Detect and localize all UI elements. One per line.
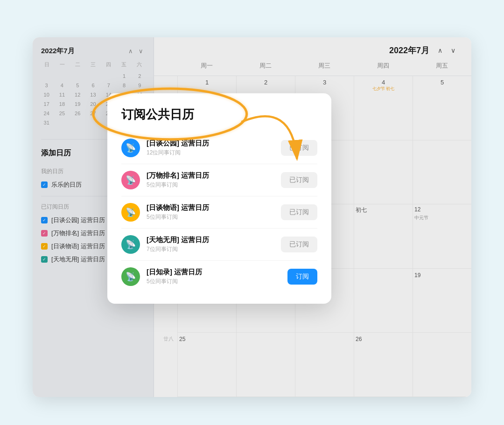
- subscribe-item-1: 📡 [日谈公园] 运营日历 12位同事订阅 已订阅: [121, 132, 317, 164]
- sub-count-5: 5位同事订阅: [147, 278, 281, 286]
- subscribe-item-5: 📡 [日知录] 运营日历 5位同事订阅 订阅: [121, 261, 317, 293]
- sub-info-5: [日知录] 运营日历 5位同事订阅: [147, 268, 281, 286]
- subscribe-item-2: 📡 [万物排名] 运营日历 5位同事订阅 已订阅: [121, 164, 317, 196]
- sub-name-5: [日知录] 运营日历: [147, 268, 281, 277]
- sub-name-1: [日谈公园] 运营日历: [147, 139, 274, 148]
- sub-name-3: [日谈物语] 运营日历: [147, 203, 274, 212]
- subscribe-item-4: 📡 [天地无用] 运营日历 7位同事订阅 已订阅: [121, 229, 317, 261]
- sub-name-4: [天地无用] 运营日历: [147, 236, 274, 244]
- sub-count-1: 12位同事订阅: [147, 149, 274, 157]
- sub-icon-3: 📡: [121, 203, 140, 222]
- sub-icon-5: 📡: [121, 267, 140, 286]
- sub-btn-3[interactable]: 已订阅: [281, 204, 317, 220]
- dialog-title: 订阅公共日历: [121, 106, 317, 123]
- sub-info-4: [天地无用] 运营日历 7位同事订阅: [147, 236, 274, 253]
- sub-count-2: 5位同事订阅: [147, 181, 274, 189]
- app-window: 2022年7月 ∧ ∨ 日 一 二 三 四 五 六 12345678910111…: [33, 37, 471, 397]
- sub-icon-4: 📡: [121, 235, 140, 254]
- sub-icon-1: 📡: [121, 139, 140, 157]
- subscribe-item-3: 📡 [日谈物语] 运营日历 5位同事订阅 已订阅: [121, 196, 317, 229]
- sub-icon-2: 📡: [121, 171, 140, 189]
- sub-btn-5[interactable]: 订阅: [287, 269, 317, 285]
- subscribe-dialog: 订阅公共日历 📡 [日谈公园] 运营日历 12位同事订阅 已订阅 📡 [万物排名…: [107, 93, 331, 304]
- sub-btn-1[interactable]: 已订阅: [281, 140, 317, 156]
- sub-name-2: [万物排名] 运营日历: [147, 171, 274, 180]
- sub-info-3: [日谈物语] 运营日历 5位同事订阅: [147, 203, 274, 221]
- sub-btn-4[interactable]: 已订阅: [281, 237, 317, 252]
- sub-info-2: [万物排名] 运营日历 5位同事订阅: [147, 171, 274, 189]
- sub-btn-2[interactable]: 已订阅: [281, 172, 317, 188]
- sub-count-3: 5位同事订阅: [147, 213, 274, 221]
- sub-info-1: [日谈公园] 运营日历 12位同事订阅: [147, 139, 274, 157]
- sub-count-4: 7位同事订阅: [147, 245, 274, 253]
